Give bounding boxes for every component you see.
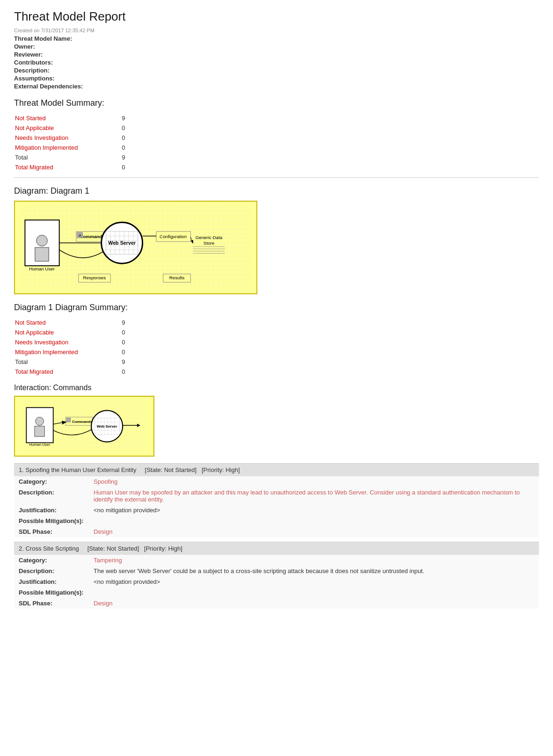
summary-row: Not Applicable0 [15,124,153,132]
summary-row-label: Mitigation Implemented [15,143,121,152]
summary-row: Not Applicable0 [15,328,153,337]
description-label: Description: [14,487,89,505]
threat-1-description-value: Human User may be spoofed by an attacker… [89,487,539,505]
summary-row-value: 0 [122,143,153,152]
threat-2-header: 2. Cross Site Scripting [State: Not Star… [14,542,539,555]
threat-2-category-row: Category: Tampering [14,555,539,566]
possible-mitigations-label-2: Possible Mitigation(s): [14,587,89,598]
threat-2-description-value: The web server 'Web Server' could be a s… [89,566,539,576]
svg-text:Web Server: Web Server [97,424,117,429]
summary-row: Not Started9 [15,318,153,327]
summary-row: Not Started9 [15,114,153,123]
category-label: Category: [14,476,89,487]
interaction-diagram: Human User Commands Web Server [14,396,154,457]
threat-1-mitigations-value [89,516,539,526]
summary-row: Mitigation Implemented0 [15,143,153,152]
threat-1-category-value: Spoofing [89,476,539,487]
threat-model-name: Threat Model Name: [14,35,539,42]
threat-1-state: Not Started [164,466,195,473]
description-label-2: Description: [14,566,89,576]
summary-row-label: Total [15,153,121,162]
svg-text:Results: Results [169,275,185,280]
threat-2-justification-row: Justification: <no mitigation provided> [14,576,539,587]
threat-1-mitigations-row: Possible Mitigation(s): [14,516,539,526]
category-label-2: Category: [14,555,89,566]
summary-row: Needs Investigation0 [15,338,153,347]
threat-2-justification-value: <no mitigation provided> [89,576,539,587]
justification-label-2: Justification: [14,576,89,587]
svg-rect-42 [35,426,44,436]
diagram-svg: Human User Commands ⇄ Web Server Respons… [20,206,252,289]
summary-row-label: Needs Investigation [15,338,121,347]
threat-2-description-row: Description: The web server 'Web Server'… [14,566,539,576]
contributors: Contributors: [14,59,539,66]
summary-row-label: Total Migrated [15,163,121,172]
summary-row-value: 0 [122,133,153,142]
summary-row: Total9 [15,153,153,162]
summary-row: Total Migrated0 [15,163,153,172]
svg-text:Generic Data: Generic Data [196,235,223,240]
summary-row-value: 0 [122,163,153,172]
external-dependencies: External Dependencies: [14,83,539,90]
svg-rect-4 [35,247,49,261]
threat-2-state: Not Started [107,545,138,552]
summary-row-label: Not Started [15,114,121,123]
svg-text:Human User: Human User [29,266,55,271]
threat-1-justification-row: Justification: <no mitigation provided> [14,505,539,516]
diagram-full: Human User Commands ⇄ Web Server Respons… [14,201,257,294]
interaction-title: Interaction: Commands [14,384,539,392]
threat-2-mitigations-row: Possible Mitigation(s): [14,587,539,598]
justification-label: Justification: [14,505,89,516]
summary-row-value: 0 [122,328,153,337]
summary-row: Total9 [15,357,153,366]
summary-row-label: Not Started [15,318,121,327]
summary-row-value: 0 [122,124,153,132]
threat-1-justification-value: <no mitigation provided> [89,505,539,516]
summary-row-value: 0 [122,367,153,376]
owner: Owner: [14,43,539,50]
description-field: Description: [14,67,539,74]
summary-row-value: 0 [122,348,153,356]
svg-text:Responses: Responses [83,275,106,280]
interaction-svg: Human User Commands Web Server [20,401,149,451]
summary-row-label: Not Applicable [15,328,121,337]
threat-2-mitigations-value [89,587,539,598]
threat-2-sdl-row: SDL Phase: Design [14,598,539,609]
threat-1-priority: High [226,466,238,473]
sdl-phase-label-2: SDL Phase: [14,598,89,609]
threat-1-header: 1. Spoofing the Human User External Enti… [14,463,539,476]
threat-2-details: Category: Tampering Description: The web… [14,555,539,609]
diagram-summary-table: Not Started9Not Applicable0Needs Investi… [14,317,154,377]
sdl-phase-label: SDL Phase: [14,526,89,537]
summary-row-label: Needs Investigation [15,133,121,142]
created-date: Created on 7/31/2017 12:35:42 PM [14,28,539,33]
summary-row: Mitigation Implemented0 [15,348,153,356]
svg-point-3 [36,235,47,246]
summary-row-value: 9 [122,318,153,327]
diagram-summary-title: Diagram 1 Diagram Summary: [14,303,539,313]
summary-row-value: 9 [122,153,153,162]
summary-row-label: Total [15,357,121,366]
summary-row-label: Not Applicable [15,124,121,132]
summary-row: Total Migrated0 [15,367,153,376]
svg-text:Human User: Human User [29,443,50,447]
summary-title: Threat Model Summary: [14,98,539,108]
threat-2-number: 2 [19,545,22,552]
threat-1-category-row: Category: Spoofing [14,476,539,487]
summary-table: Not Started9Not Applicable0Needs Investi… [14,113,154,173]
reviewer: Reviewer: [14,51,539,58]
summary-row-value: 0 [122,338,153,347]
svg-point-41 [36,417,44,426]
threat-1-details: Category: Spoofing Description: Human Us… [14,476,539,537]
threat-2-category-value: Tampering [89,555,539,566]
assumptions: Assumptions: [14,75,539,82]
possible-mitigations-label: Possible Mitigation(s): [14,516,89,526]
diagram-section-title: Diagram: Diagram 1 [14,186,539,196]
svg-text:Commands: Commands [72,420,93,424]
section-divider [14,177,539,178]
svg-text:Store: Store [204,240,214,246]
threat-2-name: Cross Site Scripting [25,545,79,552]
threat-1-name: Spoofing the Human User External Entity [25,466,136,473]
threat-1-number: 1 [19,466,22,473]
summary-row-value: 9 [122,357,153,366]
